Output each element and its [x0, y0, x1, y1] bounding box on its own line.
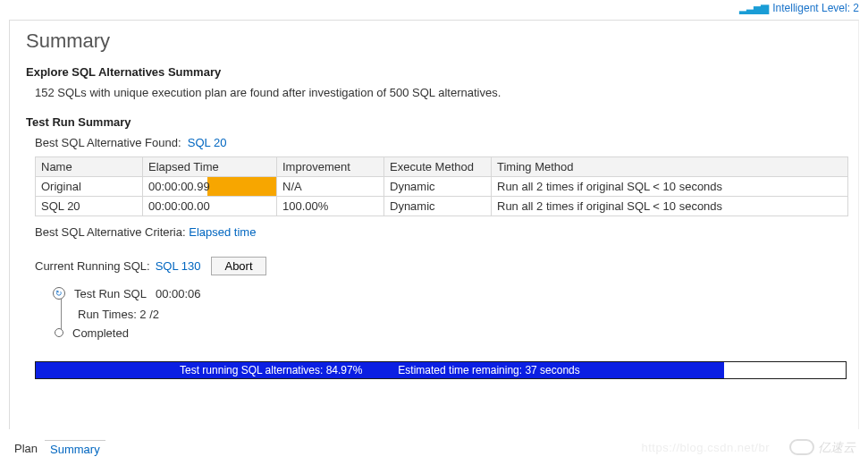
tree-connector-line [61, 299, 62, 333]
cloud-icon [789, 439, 814, 455]
intelligent-level-indicator: ▂▃▅▆ Intelligent Level: 2 [739, 2, 859, 14]
tree-completed-label: Completed [72, 326, 129, 340]
table-row[interactable]: SQL 2000:00:00.00100.00%DynamicRun all 2… [36, 197, 848, 216]
criteria-row: Best SQL Alternative Criteria: Elapsed t… [35, 225, 842, 239]
cell-improvement: N/A [277, 177, 384, 197]
progress-fill: Test running SQL alternatives: 84.97% Es… [36, 362, 724, 378]
progress-text-left: Test running SQL alternatives: 84.97% [162, 364, 380, 376]
cell-elapsed: 00:00:00.00 [143, 197, 277, 216]
spinner-icon: ↻ [53, 287, 65, 300]
col-execute[interactable]: Execute Method [384, 157, 492, 177]
watermark-url: https://blog.csdn.net/br [641, 441, 770, 454]
tab-plan[interactable]: Plan [9, 440, 43, 458]
intelligent-level-label: Intelligent Level: 2 [772, 2, 859, 14]
cell-name: SQL 20 [36, 197, 143, 216]
explore-section-text: 152 SQLs with unique execution plan are … [35, 86, 842, 99]
cell-elapsed: 00:00:00.99 [143, 177, 277, 197]
bottom-tabs: Plan Summary [9, 440, 105, 458]
cell-name: Original [36, 177, 143, 197]
results-table: Name Elapsed Time Improvement Execute Me… [35, 156, 848, 216]
page-title: Summary [26, 30, 842, 53]
progress-text-right: Estimated time remaining: 37 seconds [380, 364, 597, 376]
cell-improvement: 100.00% [277, 197, 384, 216]
best-alternative-label: Best SQL Alternative Found: [35, 136, 181, 149]
current-running-sql-link[interactable]: SQL 130 [156, 259, 201, 273]
criteria-value-link[interactable]: Elapsed time [189, 225, 256, 239]
explore-section-title: Explore SQL Alternatives Summary [26, 65, 842, 79]
best-alternative-row: Best SQL Alternative Found: SQL 20 [35, 136, 842, 149]
progress-bar: Test running SQL alternatives: 84.97% Es… [35, 361, 847, 379]
summary-panel: Summary Explore SQL Alternatives Summary… [9, 20, 859, 429]
run-tree: ↻ Test Run SQL00:00:06 Run Times: 2 /2 C… [53, 284, 842, 342]
table-row[interactable]: Original00:00:00.99N/ADynamicRun all 2 t… [36, 177, 848, 197]
watermark-brand: 亿速云 [789, 435, 855, 456]
cell-timing: Run all 2 times if original SQL < 10 sec… [492, 197, 848, 216]
cell-execute: Dynamic [384, 197, 492, 216]
testrun-section-title: Test Run Summary [26, 115, 842, 129]
tab-summary[interactable]: Summary [45, 440, 105, 458]
criteria-label: Best SQL Alternative Criteria: [35, 225, 186, 239]
col-name[interactable]: Name [36, 157, 143, 177]
col-elapsed[interactable]: Elapsed Time [143, 157, 277, 177]
tree-run-times: Run Times: 2 /2 [78, 306, 842, 324]
cell-timing: Run all 2 times if original SQL < 10 sec… [492, 177, 848, 197]
abort-button[interactable]: Abort [211, 257, 265, 275]
col-timing[interactable]: Timing Method [492, 157, 848, 177]
current-running-row: Current Running SQL: SQL 130 Abort [35, 257, 842, 275]
signal-bars-icon: ▂▃▅▆ [739, 2, 768, 14]
table-header-row: Name Elapsed Time Improvement Execute Me… [36, 157, 848, 177]
current-running-label: Current Running SQL: [35, 259, 150, 273]
cell-execute: Dynamic [384, 177, 492, 197]
best-alternative-link[interactable]: SQL 20 [188, 136, 227, 149]
progress-remaining [724, 362, 846, 378]
tree-run-sql-label: Test Run SQL00:00:06 [74, 287, 201, 300]
col-improvement[interactable]: Improvement [277, 157, 384, 177]
node-icon [55, 328, 63, 337]
